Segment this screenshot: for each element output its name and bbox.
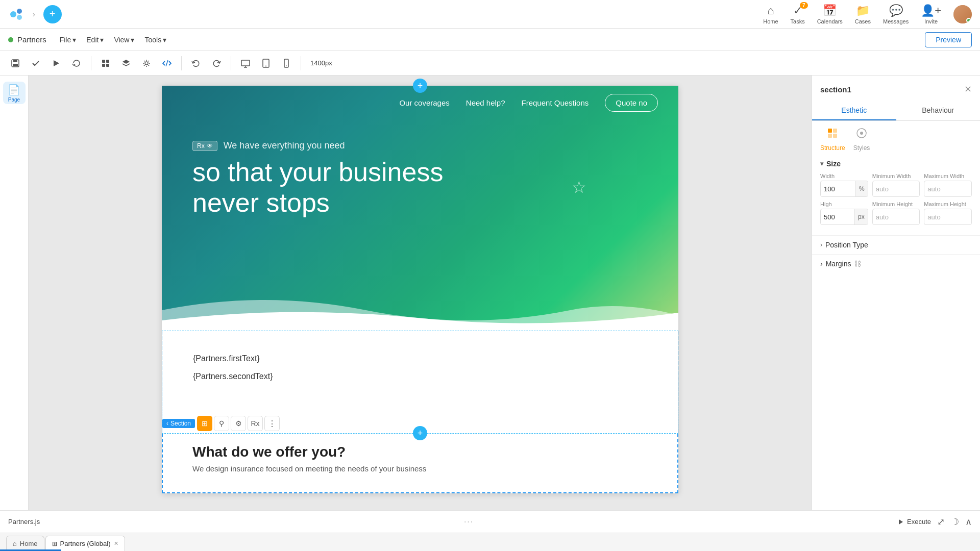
filename: Partners.js — [8, 518, 40, 525]
high-input[interactable] — [821, 213, 854, 221]
layers-button[interactable] — [117, 54, 135, 72]
width-input[interactable] — [821, 185, 855, 193]
svg-rect-24 — [833, 134, 837, 138]
invite-nav-item[interactable]: 👤+ Invite — [921, 4, 941, 24]
play-icon — [52, 59, 61, 68]
max-width-input[interactable]: auto — [924, 181, 972, 197]
home-tab[interactable]: ⌂ Home — [6, 536, 44, 551]
cases-nav-item[interactable]: 📁 Cases — [855, 4, 871, 24]
svg-rect-8 — [106, 60, 109, 63]
size-header[interactable]: ▾ Size — [820, 160, 972, 168]
mobile-button[interactable] — [277, 54, 296, 72]
home-nav-item[interactable]: ⌂ Home — [763, 4, 778, 24]
add-section-top[interactable]: + — [413, 79, 427, 93]
tablet-icon — [261, 59, 271, 68]
messages-nav-item[interactable]: 💬 Messages — [883, 4, 909, 24]
components-button[interactable] — [96, 54, 115, 72]
tasks-nav-item[interactable]: ✓ 7 Tasks — [791, 4, 805, 24]
execute-button[interactable]: Execute — [898, 518, 931, 525]
divider-2 — [181, 56, 182, 70]
max-height-input[interactable]: auto — [924, 209, 972, 225]
hero-nav-quote[interactable]: Quote no — [605, 94, 658, 112]
redo-button[interactable] — [207, 54, 226, 72]
nav-arrow[interactable]: › — [33, 10, 35, 18]
section-label-badge[interactable]: ‹ Section — [162, 419, 195, 428]
min-height-input[interactable]: auto — [872, 209, 920, 225]
refresh-icon — [72, 59, 81, 68]
user-avatar[interactable] — [953, 5, 972, 23]
add-button[interactable]: + — [43, 5, 62, 23]
canvas-frame: + Our coverages Need help? Frequent Ques… — [162, 86, 678, 493]
code-button[interactable] — [158, 54, 176, 72]
undo-button[interactable] — [187, 54, 205, 72]
tab-behaviour[interactable]: Behaviour — [896, 101, 981, 120]
tools-menu[interactable]: Tools ▾ — [139, 36, 172, 44]
high-unit: px — [854, 209, 868, 224]
home-icon-tab: ⌂ — [13, 540, 17, 547]
subtab-structure[interactable]: Structure — [820, 127, 845, 152]
play-button[interactable] — [47, 54, 65, 72]
styles-label: Styles — [853, 144, 870, 152]
bottom-dots[interactable]: ··· — [46, 517, 892, 527]
tablet-button[interactable] — [257, 54, 275, 72]
partners-global-tab[interactable]: ⊞ Partners (Global) ✕ — [45, 536, 125, 551]
section-controls-wrapper: ‹ Section ⊞ ⚲ ⚙ Rx ⋮ — [162, 416, 280, 431]
position-type-row[interactable]: › Position Type — [812, 235, 980, 254]
margins-row[interactable]: › Margins ⛓ — [812, 254, 980, 273]
page-icon: 📄 — [8, 84, 20, 96]
hero-nav-help[interactable]: Need help? — [466, 98, 505, 107]
size-section: ▾ Size Width % Minimum Width auto Maxi — [812, 158, 980, 235]
structure-control-button[interactable]: ⊞ — [197, 416, 212, 431]
max-width-label: Maximum Width — [924, 173, 972, 179]
top-nav: › + ⌂ Home ✓ 7 Tasks 📅 Calendars 📁 Cases… — [0, 0, 980, 29]
rx-control-button[interactable]: Rx — [248, 416, 263, 431]
canvas-area[interactable]: + Our coverages Need help? Frequent Ques… — [29, 76, 812, 510]
gear-control-button[interactable]: ⚙ — [231, 416, 246, 431]
width-label: Width — [820, 173, 868, 179]
calendars-icon: 📅 — [823, 4, 837, 17]
check-button[interactable] — [27, 54, 45, 72]
size-row-1: Width % Minimum Width auto Maximum Width… — [820, 173, 972, 197]
add-section-bottom[interactable]: + — [413, 426, 427, 440]
min-width-field: Minimum Width auto — [872, 173, 920, 197]
left-sidebar: 📄 Page — [0, 76, 29, 510]
save-button[interactable] — [6, 54, 24, 72]
star-icon[interactable]: ☆ — [572, 178, 586, 197]
home-icon: ⌂ — [767, 4, 774, 17]
moon-icon[interactable]: ☽ — [951, 516, 959, 528]
size-label: Size — [826, 160, 841, 168]
svg-rect-10 — [106, 64, 109, 67]
file-menu[interactable]: File ▾ — [55, 36, 82, 44]
preview-button[interactable]: Preview — [925, 32, 972, 47]
svg-rect-9 — [102, 64, 105, 67]
second-text: {Partners.secondText} — [193, 369, 647, 383]
calendars-nav-item[interactable]: 📅 Calendars — [817, 4, 843, 24]
min-width-input[interactable]: auto — [872, 181, 920, 197]
chevron-up-icon[interactable]: ∧ — [965, 516, 972, 528]
more-control-button[interactable]: ⋮ — [264, 416, 280, 431]
subtab-styles[interactable]: Styles — [853, 127, 870, 152]
hero-subheading: We have everything you need — [224, 140, 345, 151]
high-label: High — [820, 201, 868, 207]
page-label: Page — [8, 97, 20, 103]
offer-subtitle: We design insurance focused on meeting t… — [192, 464, 648, 473]
rx-text: Rx — [197, 142, 205, 149]
check-icon — [31, 59, 40, 68]
expand-icon[interactable]: ⤢ — [937, 516, 945, 528]
tab-esthetic[interactable]: Esthetic — [812, 101, 896, 120]
tab-close-button[interactable]: ✕ — [114, 540, 118, 547]
edit-menu[interactable]: Edit ▾ — [81, 36, 109, 44]
sub-tabs: Structure Styles — [812, 121, 980, 158]
settings-button[interactable] — [137, 54, 156, 72]
top-nav-icons: ⌂ Home ✓ 7 Tasks 📅 Calendars 📁 Cases 💬 M… — [763, 4, 972, 24]
hero-nav-faq[interactable]: Frequent Questions — [522, 98, 589, 107]
structure-label: Structure — [820, 144, 845, 152]
close-button[interactable]: ✕ — [964, 84, 972, 95]
desktop-button[interactable] — [236, 54, 255, 72]
refresh-button[interactable] — [67, 54, 86, 72]
link-control-button[interactable]: ⚲ — [214, 416, 229, 431]
hero-nav-coverages[interactable]: Our coverages — [399, 98, 449, 107]
sidebar-item-page[interactable]: 📄 Page — [3, 82, 26, 104]
tasks-label: Tasks — [791, 18, 805, 24]
view-menu[interactable]: View ▾ — [109, 36, 139, 44]
